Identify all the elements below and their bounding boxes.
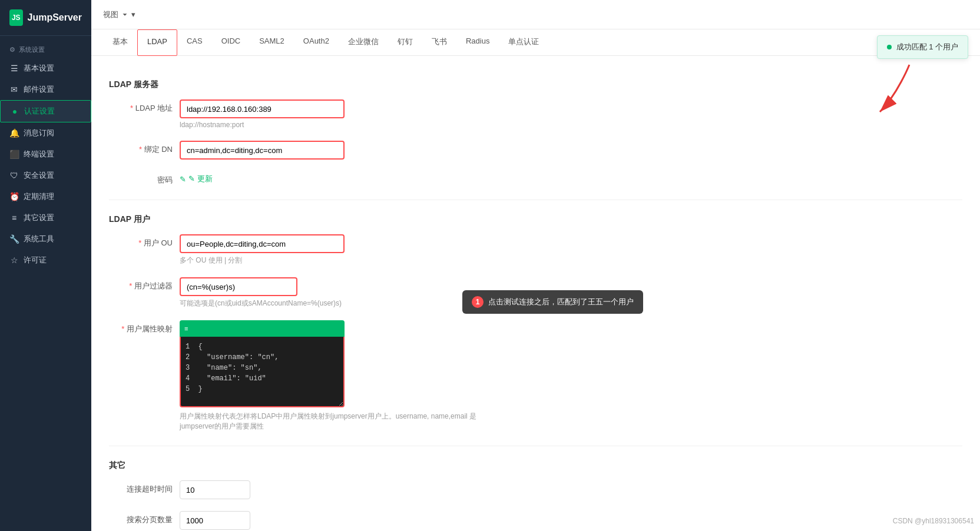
form-area: LDAP 服务器 * LDAP 地址 ldap://hostname:port … bbox=[91, 56, 980, 531]
sidebar-item-periodic-tasks[interactable]: ⏰ 定期清理 bbox=[0, 186, 91, 207]
timeout-row: 连接超时时间 bbox=[109, 480, 962, 499]
timeout-content bbox=[180, 480, 962, 499]
tab-saml2[interactable]: SAML2 bbox=[250, 29, 294, 55]
chevron-down-icon bbox=[121, 11, 129, 19]
user-ou-input[interactable] bbox=[180, 234, 345, 253]
sidebar-item-mail-settings[interactable]: ✉ 邮件设置 bbox=[0, 79, 91, 100]
tab-sso[interactable]: 单点认证 bbox=[499, 29, 548, 55]
sidebar-item-basic-settings[interactable]: ☰ 基本设置 bbox=[0, 58, 91, 79]
settings-icon: ☰ bbox=[9, 64, 19, 73]
ldap-addr-content: ldap://hostname:port bbox=[180, 99, 962, 129]
code-editor-header: ≡ bbox=[180, 320, 345, 337]
annotation-tooltip: 1 点击测试连接之后，匹配到了王五一个用户 bbox=[462, 290, 643, 314]
views-label: 视图 bbox=[103, 9, 118, 20]
logo-icon: JS bbox=[9, 9, 23, 26]
tab-enterprise-wechat[interactable]: 企业微信 bbox=[339, 29, 388, 55]
tab-oidc[interactable]: OIDC bbox=[212, 29, 250, 55]
bind-dn-label: * 绑定 DN bbox=[109, 141, 180, 155]
app-name: JumpServer bbox=[28, 12, 82, 23]
menu-icon: ≡ bbox=[9, 213, 19, 223]
ldap-addr-input[interactable] bbox=[180, 99, 345, 118]
views-dropdown[interactable]: 视图 ▾ bbox=[103, 9, 135, 20]
user-attr-textarea[interactable]: 1 { 2 "username": "cn", 3 "name": "sn", … bbox=[180, 337, 345, 407]
search-page-input[interactable] bbox=[180, 511, 250, 530]
success-dot bbox=[887, 45, 892, 49]
search-page-content bbox=[180, 511, 962, 530]
user-ou-label: * 用户 OU bbox=[109, 234, 180, 248]
auth-icon: ● bbox=[10, 107, 19, 116]
sidebar-item-label: 消息订阅 bbox=[24, 128, 54, 138]
user-ou-row: * 用户 OU 多个 OU 使用 | 分割 bbox=[109, 234, 962, 266]
sidebar-item-terminal-settings[interactable]: ⬛ 终端设置 bbox=[0, 144, 91, 165]
user-ou-hint: 多个 OU 使用 | 分割 bbox=[180, 255, 962, 266]
terminal-icon: ⬛ bbox=[9, 150, 19, 159]
star-icon: ☆ bbox=[9, 255, 19, 265]
tabs-bar: 基本 LDAP CAS OIDC SAML2 OAuth2 企业微信 钉钉 飞书… bbox=[91, 29, 980, 56]
password-label: 密码 bbox=[109, 171, 180, 185]
user-attr-label: * 用户属性映射 bbox=[109, 320, 180, 334]
sidebar-item-system-tools[interactable]: 🔧 系统工具 bbox=[0, 228, 91, 250]
sidebar-item-label: 认证设置 bbox=[24, 106, 55, 117]
edit-icon: ✎ bbox=[180, 175, 186, 184]
sidebar-item-license[interactable]: ☆ 许可证 bbox=[0, 250, 91, 271]
topbar: 视图 ▾ bbox=[91, 0, 980, 29]
sidebar-item-label: 终端设置 bbox=[24, 149, 54, 160]
bind-dn-row: * 绑定 DN bbox=[109, 141, 962, 160]
mail-icon: ✉ bbox=[9, 85, 19, 94]
tab-feishu[interactable]: 飞书 bbox=[422, 29, 456, 55]
sidebar-item-message-sub[interactable]: 🔔 消息订阅 bbox=[0, 122, 91, 144]
tab-cas[interactable]: CAS bbox=[177, 29, 212, 55]
password-update-link[interactable]: ✎ ✎ 更新 bbox=[180, 174, 962, 184]
user-attr-row: * 用户属性映射 ≡ 1 { 2 "username": "cn", 3 "na… bbox=[109, 320, 962, 432]
user-attr-content: ≡ 1 { 2 "username": "cn", 3 "name": "sn"… bbox=[180, 320, 962, 432]
bind-dn-content bbox=[180, 141, 962, 160]
chevron-text: ▾ bbox=[131, 10, 135, 19]
other-title: 其它 bbox=[109, 460, 962, 471]
annotation-number: 1 bbox=[472, 296, 484, 308]
wrench-icon: 🔧 bbox=[9, 234, 19, 244]
user-filter-input[interactable] bbox=[180, 277, 297, 296]
clock-icon: ⏰ bbox=[9, 192, 19, 201]
shield-icon: 🛡 bbox=[9, 171, 19, 180]
password-content: ✎ ✎ 更新 bbox=[180, 171, 962, 184]
sidebar-item-other-settings[interactable]: ≡ 其它设置 bbox=[0, 207, 91, 228]
user-ou-content: 多个 OU 使用 | 分割 bbox=[180, 234, 962, 266]
sidebar-item-label: 基本设置 bbox=[24, 63, 54, 74]
timeout-label: 连接超时时间 bbox=[109, 480, 180, 495]
user-attr-hint: 用户属性映射代表怎样将LDAP中用户属性映射到jumpserver用户上。use… bbox=[180, 411, 509, 432]
sidebar-item-security[interactable]: 🛡 安全设置 bbox=[0, 165, 91, 186]
tab-oauth2[interactable]: OAuth2 bbox=[294, 29, 339, 55]
ldap-server-title: LDAP 服务器 bbox=[109, 79, 962, 90]
bell-icon: 🔔 bbox=[9, 128, 19, 138]
sidebar: JS JumpServer ⚙ 系统设置 ☰ 基本设置 ✉ 邮件设置 ● 认证设… bbox=[0, 0, 91, 531]
tab-ldap[interactable]: LDAP bbox=[137, 29, 177, 56]
tab-radius[interactable]: Radius bbox=[456, 29, 499, 55]
search-page-label: 搜索分页数量 bbox=[109, 511, 180, 525]
sidebar-item-auth-settings[interactable]: ● 认证设置 bbox=[0, 100, 91, 122]
sidebar-item-label: 系统工具 bbox=[24, 234, 54, 244]
annotation-text: 点击测试连接之后，匹配到了王五一个用户 bbox=[488, 297, 634, 307]
timeout-input[interactable] bbox=[180, 480, 250, 499]
app-logo: JS JumpServer bbox=[0, 0, 91, 36]
ldap-addr-hint: ldap://hostname:port bbox=[180, 121, 962, 129]
sidebar-item-label: 邮件设置 bbox=[24, 84, 54, 95]
password-row: 密码 ✎ ✎ 更新 bbox=[109, 171, 962, 185]
ldap-addr-row: * LDAP 地址 ldap://hostname:port bbox=[109, 99, 962, 129]
sidebar-item-label: 定期清理 bbox=[24, 191, 54, 202]
sidebar-section: ⚙ 系统设置 bbox=[0, 36, 91, 58]
ldap-addr-label: * LDAP 地址 bbox=[109, 99, 180, 114]
tab-dingtalk[interactable]: 钉钉 bbox=[388, 29, 422, 55]
search-page-row: 搜索分页数量 bbox=[109, 511, 962, 530]
sidebar-item-label: 其它设置 bbox=[24, 213, 54, 223]
sidebar-item-label: 安全设置 bbox=[24, 170, 54, 181]
sidebar-item-label: 许可证 bbox=[24, 255, 47, 266]
main-area: 视图 ▾ 成功匹配 1 个用户 基本 LDAP CAS OIDC SAM bbox=[91, 0, 980, 531]
success-notification: 成功匹配 1 个用户 bbox=[877, 35, 968, 59]
tab-basic[interactable]: 基本 bbox=[103, 29, 137, 55]
gear-icon: ⚙ bbox=[9, 46, 15, 54]
notification-text: 成功匹配 1 个用户 bbox=[896, 42, 958, 52]
watermark: CSDN @yhl18931306541 bbox=[893, 517, 974, 525]
bind-dn-input[interactable] bbox=[180, 141, 345, 160]
ldap-user-title: LDAP 用户 bbox=[109, 214, 962, 225]
content-area: 成功匹配 1 个用户 基本 LDAP CAS OIDC SAML2 OAuth2… bbox=[91, 29, 980, 531]
